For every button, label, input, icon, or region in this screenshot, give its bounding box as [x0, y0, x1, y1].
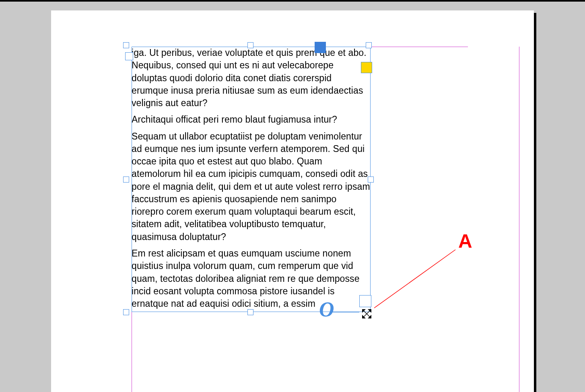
resize-handle-middle-left[interactable]	[123, 177, 129, 183]
paragraph: Sequam ut ullabor ecuptatiist pe dolupta…	[132, 130, 371, 243]
resize-cursor-icon	[361, 308, 373, 320]
svg-line-0	[374, 250, 455, 308]
document-page[interactable]: iga. Ut peribus, veriae voluptate et qui…	[51, 10, 534, 392]
document-viewport[interactable]: iga. Ut peribus, veriae voluptate et qui…	[0, 2, 585, 392]
resize-handle-bottom-right[interactable]	[359, 295, 371, 307]
paragraph: Architaqui officat peri remo blaut fugia…	[132, 113, 371, 126]
content-grabber[interactable]	[315, 42, 326, 53]
out-port-connector	[333, 312, 359, 312]
text-in-port[interactable]	[125, 52, 133, 60]
margin-guide-right	[519, 47, 519, 392]
resize-handle-bottom-left[interactable]	[123, 309, 129, 315]
annotation-label: A	[458, 230, 472, 252]
resize-handle-top-middle[interactable]	[247, 42, 253, 48]
paragraph: Em rest alicipsam et quas eumquam uscium…	[132, 247, 371, 310]
resize-handle-top-right[interactable]	[366, 42, 372, 48]
story-editor-marker-icon: O	[319, 298, 334, 321]
resize-handle-top-left[interactable]	[123, 42, 129, 48]
paragraph: iga. Ut peribus, veriae voluptate et qui…	[132, 47, 371, 109]
corner-adjustment-handle[interactable]	[361, 62, 372, 73]
text-frame[interactable]: iga. Ut peribus, veriae voluptate et qui…	[132, 47, 371, 312]
resize-handle-bottom-middle[interactable]	[247, 309, 253, 315]
resize-handle-middle-right[interactable]	[368, 177, 374, 183]
